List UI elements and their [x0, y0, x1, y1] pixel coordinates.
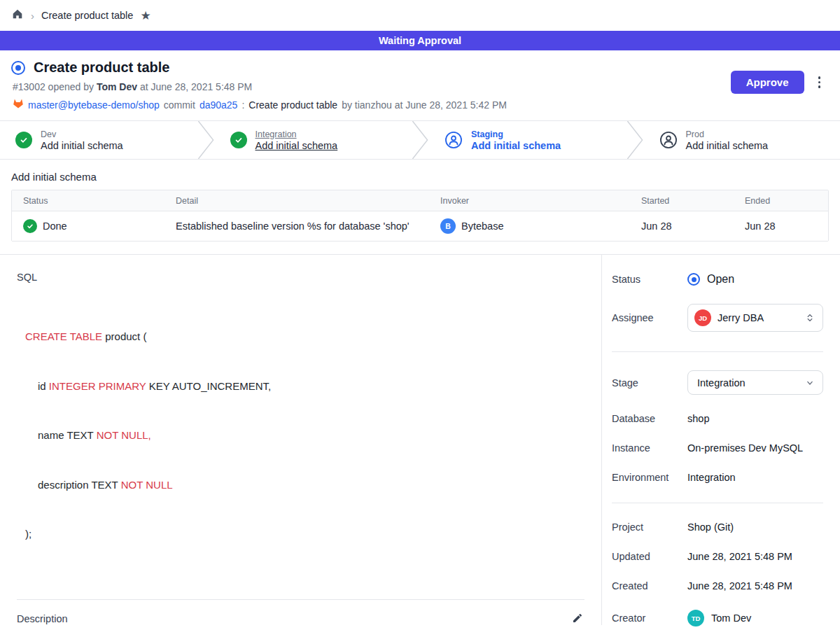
content-column: SQL CREATE TABLE product ( id INTEGER PR…	[0, 255, 602, 625]
vcs-commit-row: master@bytebase-demo/shop commit da90a25…	[13, 98, 507, 111]
instance-label: Instance	[612, 442, 687, 454]
database-value: shop	[687, 413, 709, 424]
sql-line: name TEXT NOT NULL,	[25, 427, 584, 444]
task-heading: Add initial schema	[11, 171, 829, 183]
stage-person-icon	[659, 131, 678, 149]
database-label: Database	[612, 413, 687, 424]
approve-button[interactable]: Approve	[731, 71, 804, 94]
chevron-down-icon	[804, 377, 816, 388]
favorite-star-icon[interactable]: ★	[140, 10, 150, 22]
issue-meta: #13002 opened by Tom Dev at June 28, 202…	[13, 81, 507, 92]
more-options-icon[interactable]	[816, 74, 824, 91]
pipeline-stage-dev[interactable]: Dev Add initial schema	[0, 121, 197, 159]
sql-line: id INTEGER PRIMARY KEY AUTO_INCREMENT,	[25, 378, 584, 395]
task-table: Status Detail Invoker Started Ended Done…	[11, 190, 829, 241]
sql-label: SQL	[17, 272, 584, 283]
pipeline-stage-bar: Dev Add initial schema Integration Add i…	[0, 120, 840, 160]
stage-select[interactable]: Integration	[687, 370, 823, 395]
vcs-branch-link[interactable]: master@bytebase-demo/shop	[28, 99, 160, 111]
task-started-cell: Jun 28	[630, 220, 734, 232]
sql-code-block: CREATE TABLE product ( id INTEGER PRIMAR…	[25, 295, 584, 575]
task-invoker-cell: B Bytebase	[429, 218, 630, 234]
main-split: SQL CREATE TABLE product ( id INTEGER PR…	[0, 254, 840, 625]
pipeline-stage-staging[interactable]: Staging Add initial schema	[429, 121, 626, 159]
stage-separator-chevron	[626, 121, 644, 159]
project-value[interactable]: Shop (Git)	[687, 522, 734, 533]
sql-line: );	[25, 526, 584, 542]
issue-header-actions: Approve	[731, 71, 823, 94]
issue-header-left: Create product table #13002 opened by To…	[11, 59, 507, 111]
creator-avatar: TD	[687, 610, 704, 626]
task-detail-cell: Established baseline version %s for data…	[164, 220, 429, 232]
breadcrumb: › Create product table ★	[0, 0, 840, 31]
pencil-icon	[572, 612, 583, 624]
project-label: Project	[612, 522, 687, 533]
status-badge: Open	[687, 273, 734, 286]
issue-number: #13002	[13, 81, 46, 92]
issue-author: Tom Dev	[97, 81, 137, 92]
issue-open-icon	[11, 61, 25, 75]
sidebar-divider	[612, 351, 823, 352]
updown-chevron-icon	[804, 312, 816, 323]
page-title: Create product table	[34, 59, 169, 76]
assignee-select[interactable]: JD Jerry DBA	[687, 304, 823, 332]
breadcrumb-chevron-icon: ›	[31, 10, 34, 22]
task-section: Add initial schema Status Detail Invoker…	[0, 160, 840, 254]
issue-sidebar: Status Open Assignee JD Jerry DBA Stage …	[602, 255, 840, 625]
vcs-commit-byline: by tianzhou at June 28, 2021 5:42 PM	[342, 99, 507, 111]
description-label: Description	[17, 613, 68, 624]
issue-header: Create product table #13002 opened by To…	[0, 50, 840, 120]
edit-description-button[interactable]	[570, 611, 584, 627]
environment-value: Integration	[687, 472, 736, 483]
pipeline-stage-prod[interactable]: Prod Add initial schema	[644, 121, 840, 159]
task-ended-cell: Jun 28	[734, 220, 828, 232]
status-banner-text: Waiting Approval	[379, 35, 461, 46]
creator-value: TD Tom Dev	[687, 610, 751, 626]
breadcrumb-current[interactable]: Create product table	[41, 10, 133, 21]
invoker-avatar: B	[440, 218, 456, 234]
vcs-commit-message: Create product table	[248, 99, 337, 111]
assignee-avatar: JD	[694, 309, 711, 326]
created-label: Created	[612, 580, 687, 592]
stage-person-icon	[444, 131, 463, 149]
creator-label: Creator	[612, 612, 687, 624]
home-icon[interactable]	[11, 8, 24, 23]
gitlab-icon	[13, 98, 24, 111]
task-status-cell: Done	[12, 219, 164, 233]
pipeline-stage-integration[interactable]: Integration Add initial schema	[215, 121, 412, 159]
stage-done-check-icon	[15, 132, 32, 148]
sql-line: CREATE TABLE product (	[25, 328, 584, 345]
vcs-commit-hash-link[interactable]: da90a25	[200, 99, 238, 111]
instance-value: On-premises Dev MySQL	[687, 442, 803, 454]
stage-separator-chevron	[411, 121, 429, 159]
task-table-header: Status Detail Invoker Started Ended	[12, 190, 828, 211]
created-value: June 28, 2021 5:48 PM	[687, 580, 792, 592]
content-divider	[17, 599, 584, 600]
stage-done-check-icon	[230, 132, 247, 148]
assignee-label: Assignee	[612, 312, 687, 323]
table-row[interactable]: Done Established baseline version %s for…	[12, 211, 828, 241]
environment-label: Environment	[612, 472, 687, 483]
stage-separator-chevron	[197, 121, 215, 159]
status-banner: Waiting Approval	[0, 31, 840, 50]
updated-label: Updated	[612, 551, 687, 562]
sidebar-divider	[612, 503, 823, 503]
open-status-icon	[687, 273, 700, 286]
updated-value: June 28, 2021 5:48 PM	[687, 551, 792, 562]
sql-line: description TEXT NOT NULL	[25, 477, 584, 493]
stage-label: Stage	[612, 377, 687, 388]
status-label: Status	[612, 274, 687, 285]
task-done-check-icon	[23, 219, 37, 233]
